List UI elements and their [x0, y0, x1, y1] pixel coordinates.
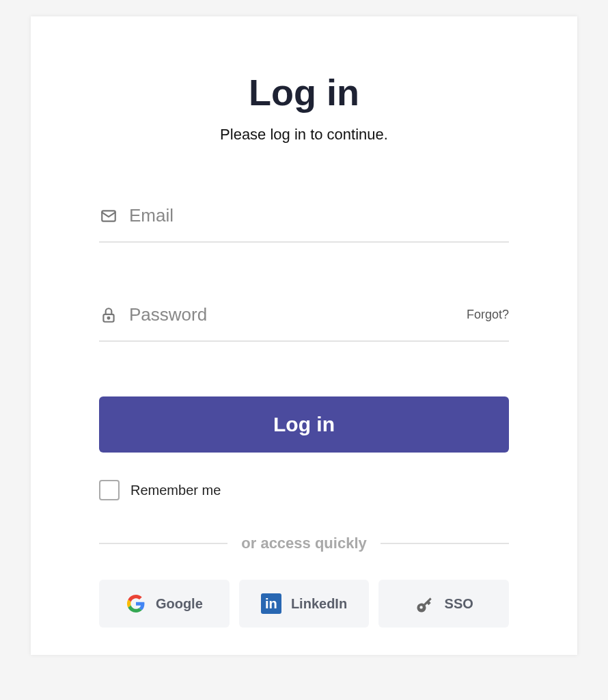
- linkedin-login-button[interactable]: in LinkedIn: [239, 580, 370, 628]
- divider-label: or access quickly: [241, 535, 366, 552]
- remember-me-checkbox[interactable]: [99, 480, 120, 500]
- social-login-row: Google in LinkedIn SSO: [99, 580, 509, 628]
- forgot-password-link[interactable]: Forgot?: [467, 308, 509, 322]
- google-login-label: Google: [156, 596, 203, 612]
- password-input[interactable]: [129, 304, 456, 325]
- key-icon: [415, 593, 435, 614]
- page-title: Log in: [99, 71, 509, 113]
- page-subtitle: Please log in to continue.: [99, 126, 509, 144]
- divider-row: or access quickly: [99, 535, 509, 552]
- remember-me-row: Remember me: [99, 480, 509, 500]
- linkedin-icon: in: [261, 593, 281, 614]
- login-card: Log in Please log in to continue. Forgot…: [31, 16, 577, 655]
- sso-login-button[interactable]: SSO: [378, 580, 509, 628]
- sso-login-label: SSO: [445, 596, 473, 612]
- password-field-row: Forgot?: [99, 297, 509, 342]
- lock-icon: [99, 306, 118, 325]
- login-button[interactable]: Log in: [99, 396, 509, 453]
- google-login-button[interactable]: Google: [99, 580, 230, 628]
- remember-me-label: Remember me: [130, 483, 221, 498]
- svg-point-2: [108, 317, 110, 319]
- linkedin-login-label: LinkedIn: [291, 596, 347, 612]
- google-icon: [126, 593, 146, 614]
- divider-line-right: [381, 543, 509, 544]
- divider-line-left: [99, 543, 227, 544]
- email-field-row: [99, 198, 509, 243]
- email-input[interactable]: [129, 205, 509, 226]
- email-icon: [99, 206, 118, 226]
